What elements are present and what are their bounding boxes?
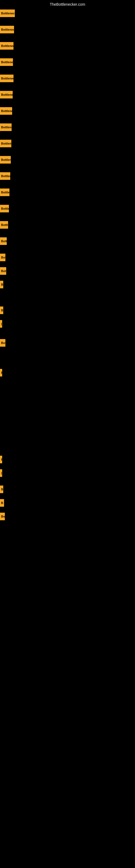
bottleneck-label-27: Bo <box>1 515 5 518</box>
bottleneck-bar-19: B <box>0 307 3 314</box>
bottleneck-bar-7: Bottleneck result <box>0 107 12 115</box>
bottleneck-label-24: | <box>1 471 2 475</box>
bottleneck-label-26: B <box>1 501 3 504</box>
bottleneck-label-20: | <box>1 322 2 326</box>
bottleneck-label-22: B <box>1 371 2 374</box>
bottleneck-label-8: Bottleneck result <box>1 126 12 129</box>
bottleneck-label-1: Bottleneck result <box>1 12 15 15</box>
bottleneck-bar-23: B <box>0 456 2 463</box>
bottleneck-label-3: Bottleneck result <box>1 44 13 48</box>
bottleneck-label-6: Bottleneck result <box>1 93 13 96</box>
bottleneck-label-23: B <box>1 458 2 461</box>
site-title: TheBottlenecker.com <box>50 2 85 6</box>
bottleneck-bar-22: B <box>0 369 2 376</box>
bottleneck-label-11: Bottleneck res <box>1 175 10 178</box>
bottleneck-bar-25: B <box>0 486 3 493</box>
bottleneck-bar-18: B <box>0 281 3 288</box>
bottleneck-bar-2: Bottleneck result <box>0 26 14 33</box>
bottleneck-label-17: Bottlen <box>1 269 6 273</box>
bottleneck-bar-9: Bottleneck result <box>0 140 11 147</box>
bottleneck-label-18: B <box>1 283 3 286</box>
bottleneck-label-25: B <box>1 488 3 491</box>
bottleneck-label-16: Bot <box>1 256 5 259</box>
bottleneck-bar-10: Bottleneck result <box>0 156 11 163</box>
bottleneck-bar-5: Bottleneck result <box>0 74 13 82</box>
bottleneck-label-15: Bottlenec <box>1 240 7 243</box>
bottleneck-bar-3: Bottleneck result <box>0 42 13 50</box>
bottleneck-label-2: Bottleneck result <box>1 28 14 31</box>
bottleneck-bar-21: Bott <box>0 339 5 347</box>
bottleneck-label-10: Bottleneck result <box>1 158 11 161</box>
bottleneck-bar-16: Bot <box>0 254 5 261</box>
bottleneck-label-5: Bottleneck result <box>1 77 13 80</box>
bottleneck-bar-27: Bo <box>0 513 5 520</box>
bottleneck-label-7: Bottleneck result <box>1 109 12 113</box>
bottleneck-bar-26: B <box>0 499 4 507</box>
bottleneck-bar-11: Bottleneck res <box>0 172 10 180</box>
bottleneck-label-12: Bottleneck re <box>1 191 9 194</box>
bottleneck-bar-14: Bottleneck r <box>0 221 8 229</box>
bottleneck-bar-24: | <box>0 469 2 477</box>
bottleneck-bar-15: Bottlenec <box>0 237 7 245</box>
bottleneck-label-19: B <box>1 309 3 312</box>
bottleneck-label-13: Bottleneck re <box>1 207 9 210</box>
bottleneck-bar-8: Bottleneck result <box>0 123 12 131</box>
bottleneck-bar-17: Bottlen <box>0 267 6 275</box>
bottleneck-bar-1: Bottleneck result <box>0 9 15 17</box>
bottleneck-bar-20: | <box>0 320 2 328</box>
bottleneck-bar-13: Bottleneck re <box>0 205 9 212</box>
bottleneck-label-21: Bott <box>1 341 5 344</box>
bottleneck-bar-6: Bottleneck result <box>0 91 13 98</box>
bottleneck-label-14: Bottleneck r <box>1 223 8 226</box>
bottleneck-bar-4: Bottleneck result <box>0 58 13 66</box>
bottleneck-bar-12: Bottleneck re <box>0 188 9 196</box>
bottleneck-label-9: Bottleneck result <box>1 142 11 145</box>
bottleneck-label-4: Bottleneck result <box>1 61 13 64</box>
